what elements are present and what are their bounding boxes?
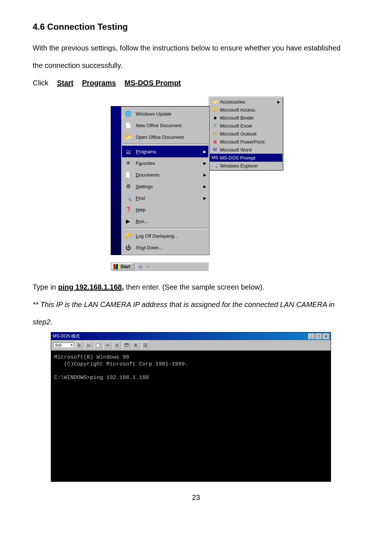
menu-item-settings[interactable]: ⚙ Settings ▶ [122, 181, 208, 192]
submenu-item-binder[interactable]: ◆ Microsoft Binder [210, 114, 282, 122]
toolbar-button[interactable]: ⎘ [75, 341, 83, 349]
run-icon: ▶ [124, 217, 132, 225]
menu-item-run[interactable]: ▶ Run... [122, 215, 208, 227]
search-icon: 🔍 [124, 194, 132, 202]
taskbar: Start e ✓ [111, 262, 209, 271]
toolbar-button[interactable]: ✂ [103, 341, 111, 349]
maximize-button[interactable]: □ [315, 334, 322, 339]
app-icon: W [212, 147, 218, 153]
window-titlebar[interactable]: MS-DOS 模式 _ □ ✕ [51, 332, 331, 340]
menu-label: Settings [136, 184, 153, 189]
documents-icon: 📑 [124, 171, 132, 179]
submenu-label: Microsoft Binder [220, 115, 254, 121]
font-size-dropdown[interactable]: 8x8 [53, 343, 74, 348]
submenu-item-explorer[interactable]: 🔍 Windows Explorer [210, 162, 282, 170]
chevron-right-icon: ▶ [277, 100, 280, 104]
folder-icon: 📁 [212, 99, 218, 105]
globe-icon: 🌐 [124, 110, 132, 118]
menu-item-open-office-document[interactable]: 📂 Open Office Document [122, 131, 208, 143]
chevron-right-icon: ▶ [203, 184, 206, 189]
menu-label: Log Off Darlayang... [136, 233, 178, 239]
menu-item-find[interactable]: 🔍 Find ▶ [122, 192, 208, 204]
menu-item-new-office-document[interactable]: 📄 New Office Document [122, 120, 208, 131]
chevron-right-icon: ▶ [203, 173, 206, 177]
submenu-item-powerpoint[interactable]: ▣ Microsoft PowerPoint [210, 138, 282, 146]
menu-label: Windows Update [136, 111, 171, 117]
close-button[interactable]: ✕ [323, 334, 329, 339]
submenu-label: Microsoft Word [220, 147, 252, 153]
submenu-item-outlook[interactable]: ✉ Microsoft Outlook [210, 130, 282, 138]
app-icon: ✉ [212, 131, 218, 137]
intro-line-1: With the previous settings, follow the i… [33, 41, 359, 55]
app-icon: ◆ [212, 115, 218, 121]
menu-item-help[interactable]: ❓ Help [122, 204, 208, 215]
submenu-label: Windows Explorer [220, 163, 258, 169]
msdos-terminal[interactable]: Microsoft(R) Windows 98 (C)Copyright Mic… [51, 351, 331, 481]
toolbar-button[interactable]: ⎙ [113, 341, 121, 349]
menu-label: Programs [136, 149, 156, 154]
click-start: Start [57, 79, 74, 87]
start-button-label: Start [121, 264, 130, 269]
chevron-right-icon: ▶ [203, 196, 206, 201]
toolbar-button[interactable]: 📋 [94, 341, 102, 349]
submenu-label: MS-DOS Prompt [220, 155, 256, 161]
msdos-icon: MS [212, 155, 218, 161]
toolbar-button[interactable]: 🗔 [122, 341, 130, 349]
menu-item-documents[interactable]: 📑 Documents ▶ [122, 169, 208, 181]
click-instruction: Click Start Programs MS-DOS Prompt [33, 76, 359, 90]
ip-note-2: step2. [33, 315, 359, 329]
toolbar-button[interactable]: 汉 [141, 341, 149, 349]
click-programs: Programs [82, 79, 116, 87]
click-prefix: Click [33, 79, 50, 87]
submenu-item-excel[interactable]: X Microsoft Excel [210, 122, 282, 130]
window-title: MS-DOS 模式 [53, 333, 80, 339]
submenu-label: Microsoft Excel [220, 123, 252, 129]
separator [123, 144, 207, 145]
submenu-label: Accessories [220, 99, 245, 105]
menu-label: Find [136, 195, 145, 201]
submenu-item-accessories[interactable]: 📁 Accessories ▶ [210, 98, 282, 106]
gear-icon: ⚙ [124, 182, 132, 190]
ping-command: ping 192.168.1.168, [58, 283, 124, 291]
submenu-item-access[interactable]: 🔑 Microsoft Access [210, 106, 282, 114]
menu-item-programs[interactable]: 🗂 Programs ▶ [122, 146, 208, 157]
submenu-item-word[interactable]: W Microsoft Word [210, 146, 282, 154]
taskbar-divider [134, 263, 136, 270]
taskbar-ie-icon[interactable]: e [137, 263, 144, 270]
menu-item-logoff[interactable]: 🔑 Log Off Darlayang... [122, 230, 208, 242]
windows-flag-icon [114, 264, 119, 269]
msdos-toolbar: 8x8 ⎘ ▭ 📋 ✂ ⎙ 🗔 A 汉 [51, 340, 331, 351]
help-icon: ❓ [124, 206, 132, 214]
toolbar-button[interactable]: ▭ [85, 341, 93, 349]
key-icon: 🔑 [124, 232, 132, 240]
click-msdos: MS-DOS Prompt [124, 79, 181, 87]
type-instruction: Type in ping 192.168.1.168, then enter. … [33, 280, 359, 294]
menu-item-favorites[interactable]: ✳ Favorites ▶ [122, 157, 208, 169]
explorer-icon: 🔍 [212, 163, 218, 169]
chevron-right-icon: ▶ [203, 149, 206, 154]
document-icon: 📄 [124, 121, 132, 129]
taskbar-desktop-icon[interactable]: ✓ [145, 263, 151, 270]
shutdown-icon: ⏻ [124, 243, 132, 251]
programs-icon: 🗂 [124, 148, 132, 156]
start-menu-figure: 📁 Accessories ▶ 🔑 Microsoft Access ◆ Mic… [111, 97, 281, 271]
menu-label: Shut Down... [136, 245, 163, 250]
menu-item-shutdown[interactable]: ⏻ Shut Down... [122, 242, 208, 253]
intro-line-2: the connection successfully. [33, 58, 359, 73]
app-icon: ▣ [212, 139, 218, 145]
star-icon: ✳ [124, 159, 132, 167]
toolbar-button[interactable]: A [132, 341, 140, 349]
programs-submenu: 📁 Accessories ▶ 🔑 Microsoft Access ◆ Mic… [209, 97, 283, 171]
start-button[interactable]: Start [112, 263, 133, 270]
app-icon: 🔑 [212, 107, 218, 113]
type-prefix: Type in [33, 283, 58, 291]
chevron-right-icon: ▶ [203, 161, 206, 166]
minimize-button[interactable]: _ [308, 334, 315, 339]
submenu-item-msdos[interactable]: MS MS-DOS Prompt [210, 154, 282, 162]
open-folder-icon: 📂 [124, 133, 132, 141]
menu-label: New Office Document [136, 123, 181, 128]
menu-item-windows-update[interactable]: 🌐 Windows Update [122, 108, 208, 120]
start-menu-sidebar: Windows98 [111, 106, 121, 255]
menu-label: Run... [136, 219, 148, 224]
menu-label: Help [136, 207, 146, 213]
